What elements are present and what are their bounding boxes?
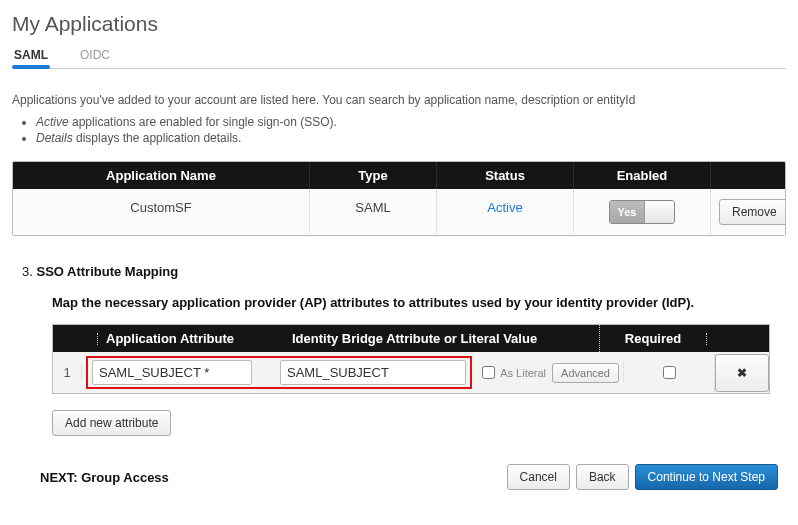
app-type-cell: SAML xyxy=(310,190,437,234)
col-header-idb: Identity Bridge Attribute or Literal Val… xyxy=(284,325,599,352)
required-checkbox[interactable] xyxy=(663,366,676,379)
intro-bullets: Active applications are enabled for sing… xyxy=(12,115,786,145)
add-new-attribute-button[interactable]: Add new attribute xyxy=(52,410,171,436)
back-button[interactable]: Back xyxy=(576,464,629,490)
col-header-enabled: Enabled xyxy=(574,162,711,189)
col-header-app-attribute: Application Attribute xyxy=(98,325,284,352)
app-attribute-input[interactable] xyxy=(92,360,252,385)
continue-button[interactable]: Continue to Next Step xyxy=(635,464,778,490)
section-sso-mapping-title: 3. SSO Attribute Mapping xyxy=(22,264,786,279)
enabled-toggle-yes-label: Yes xyxy=(610,201,644,223)
mapping-highlight xyxy=(86,356,472,389)
enabled-toggle[interactable]: Yes xyxy=(609,200,675,224)
applications-table: Application Name Type Status Enabled Cus… xyxy=(12,161,786,236)
as-literal-checkbox[interactable] xyxy=(482,366,495,379)
intro-bullet-details: Details displays the application details… xyxy=(36,131,786,145)
tab-saml[interactable]: SAML xyxy=(12,44,50,68)
applications-table-header: Application Name Type Status Enabled xyxy=(13,162,785,189)
page-title: My Applications xyxy=(12,12,786,36)
applications-table-row: CustomSF SAML Active Yes Remove xyxy=(13,189,785,235)
attribute-mapping-row: 1 As Literal Advanced xyxy=(53,352,769,393)
app-name-cell: CustomSF xyxy=(13,190,310,234)
col-header-status: Status xyxy=(437,162,574,189)
tab-oidc[interactable]: OIDC xyxy=(78,44,112,68)
intro-description: Applications you've added to your accoun… xyxy=(12,93,786,107)
close-icon: ✖ xyxy=(737,366,747,380)
idb-attribute-input[interactable] xyxy=(280,360,466,385)
tabs: SAML OIDC xyxy=(12,44,786,69)
footer: NEXT: Group Access Cancel Back Continue … xyxy=(12,464,786,490)
remove-button[interactable]: Remove xyxy=(719,199,786,225)
section-sso-mapping-sub: Map the necessary application provider (… xyxy=(52,295,786,310)
advanced-button[interactable]: Advanced xyxy=(552,363,619,383)
app-status-link[interactable]: Active xyxy=(487,200,522,215)
enabled-toggle-knob xyxy=(644,201,674,223)
col-header-required: Required xyxy=(599,325,706,352)
attribute-mapping-table: Application Attribute Identity Bridge At… xyxy=(52,324,768,394)
col-header-name: Application Name xyxy=(13,162,310,189)
next-step-label: NEXT: Group Access xyxy=(40,470,507,485)
col-header-actions xyxy=(711,162,785,189)
cancel-button[interactable]: Cancel xyxy=(507,464,570,490)
col-header-type: Type xyxy=(310,162,437,189)
row-index: 1 xyxy=(53,365,82,380)
attribute-mapping-header: Application Attribute Identity Bridge At… xyxy=(53,325,769,352)
intro-bullet-active: Active applications are enabled for sing… xyxy=(36,115,786,129)
as-literal-label: As Literal xyxy=(478,363,546,382)
delete-row-button[interactable]: ✖ xyxy=(715,354,769,392)
